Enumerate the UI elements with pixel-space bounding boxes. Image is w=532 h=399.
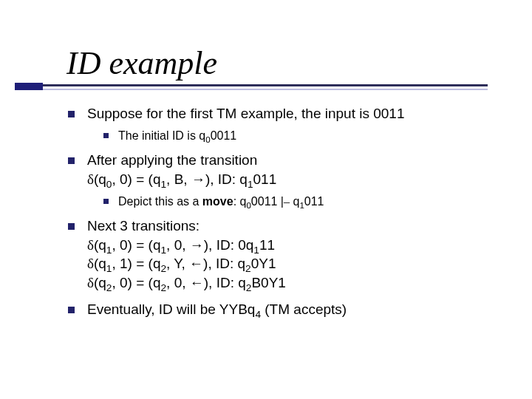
subscript: 2 <box>160 282 166 293</box>
subscript: 2 <box>160 263 166 274</box>
text: , B, <box>166 171 191 187</box>
slide-body: Suppose for the first TM example, the in… <box>66 104 502 318</box>
turnstile-icon: – <box>284 195 290 208</box>
right-arrow-icon: → <box>191 171 205 187</box>
bullet-list: Suppose for the first TM example, the in… <box>66 104 502 318</box>
text: (q <box>94 171 106 187</box>
bullet-item: After applying the transition δ(q0, 0) =… <box>66 151 502 209</box>
text: ), ID: q <box>204 275 246 290</box>
subscript: 1 <box>248 179 253 190</box>
text: ), ID: q <box>205 171 248 187</box>
slide: ID example Suppose for the first TM exam… <box>0 0 532 399</box>
text: After applying the transition <box>87 152 257 168</box>
subscript: 2 <box>245 263 251 274</box>
sub-list: Depict this as a move: q00011 |– q1011 <box>87 194 502 210</box>
sub-list: The initial ID is q00011 <box>87 128 502 144</box>
rule-dark <box>15 84 488 86</box>
text: , 0, <box>166 237 190 253</box>
sub-item: Depict this as a move: q00011 |– q1011 <box>102 194 502 210</box>
text: B0Y1 <box>251 275 285 290</box>
delta-icon: δ <box>87 171 94 187</box>
text: Next 3 transitions: <box>87 218 200 233</box>
text: , 0) = (q <box>112 237 160 253</box>
right-arrow-icon: → <box>190 237 204 253</box>
delta-icon: δ <box>87 275 94 290</box>
left-arrow-icon: ← <box>189 256 203 271</box>
text: 011 <box>304 195 324 208</box>
text: Suppose for the first TM example, the in… <box>87 106 405 121</box>
text: 11 <box>259 237 275 253</box>
subscript: 1 <box>160 245 166 256</box>
subscript: 1 <box>160 179 166 190</box>
bullet-item: Suppose for the first TM example, the in… <box>66 104 502 143</box>
text: ), ID: q <box>203 256 245 271</box>
title-block: ID example <box>66 44 502 82</box>
bullet-item: Next 3 transitions: δ(q1, 0) = (q1, 0, →… <box>66 216 502 293</box>
text: (TM accepts) <box>261 301 347 317</box>
rule-accent <box>15 83 43 90</box>
text: , 0, <box>166 275 190 290</box>
delta-icon: δ <box>87 237 94 253</box>
text: 0011 | <box>251 195 284 208</box>
text: , 1) = (q <box>112 256 160 271</box>
text: , 0) = (q <box>112 275 160 290</box>
text: q <box>290 195 299 208</box>
text: The initial ID is q <box>118 129 205 142</box>
subscript: 4 <box>255 308 261 319</box>
text: , 0) = (q <box>112 171 160 187</box>
text: 011 <box>253 171 277 187</box>
text: Eventually, ID will be YYBq <box>87 301 255 317</box>
bullet-item: Eventually, ID will be YYBq4 (TM accepts… <box>66 300 502 319</box>
text: Depict this as a <box>118 195 202 208</box>
left-arrow-icon: ← <box>190 275 204 290</box>
text-bold: move <box>202 195 233 208</box>
text: (q <box>94 275 106 290</box>
subscript: 1 <box>253 245 259 256</box>
text: (q <box>94 256 106 271</box>
delta-icon: δ <box>87 256 94 271</box>
slide-title: ID example <box>66 44 502 82</box>
sub-item: The initial ID is q00011 <box>102 128 502 144</box>
text: , Y, <box>166 256 189 271</box>
text: 0011 <box>211 129 237 142</box>
rule-light <box>15 89 488 90</box>
text: (q <box>94 237 106 253</box>
text: 0Y1 <box>251 256 276 271</box>
text: : q <box>233 195 247 208</box>
text: ), ID: 0q <box>204 237 254 253</box>
